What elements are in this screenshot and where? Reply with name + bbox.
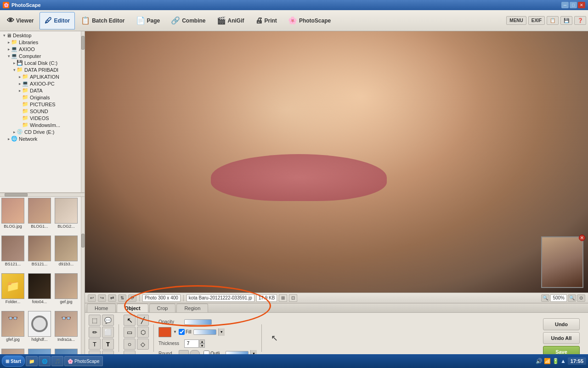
tab-batch[interactable]: 📋 Batch Editor	[76, 12, 130, 29]
tab-crop[interactable]: Crop	[149, 304, 176, 312]
media-icon: 🎵	[55, 359, 60, 364]
thumb-d91b3[interactable]: d91b3...	[54, 236, 78, 272]
zoom-in-btn[interactable]: 🔍	[568, 294, 576, 302]
thumb-scrollbar[interactable]	[81, 197, 85, 358]
help-btn[interactable]: ❓	[574, 16, 586, 25]
thumb-gfef[interactable]: 👓 gfef.jpg	[1, 311, 25, 348]
thumb-blog2[interactable]: BLOG2...	[54, 198, 78, 235]
anigif-icon: 🎬	[217, 16, 226, 25]
tab-viewer[interactable]: 👁 Viewer	[2, 12, 39, 29]
menu-btn[interactable]: MENU	[506, 16, 526, 25]
flip-v-btn[interactable]: ⇅	[118, 294, 126, 302]
thumb-gef[interactable]: gef.jpg	[54, 273, 78, 310]
diamond-tool-btn[interactable]: ◇	[137, 339, 149, 350]
tree-libraries[interactable]: ▸📁Libraries	[0, 39, 81, 46]
tree-cddrive[interactable]: ▸💿CD Drive (E:)	[0, 128, 81, 135]
close-button[interactable]: ✕	[578, 2, 585, 8]
photo-canvas[interactable]: ✕	[85, 31, 588, 293]
tree-sound[interactable]: 📁SOUND	[0, 108, 81, 115]
tab-object[interactable]: Object	[117, 304, 148, 312]
tree-localdisk[interactable]: ▸💾Local Disk (C:)	[0, 59, 81, 66]
tree-videos[interactable]: 📁VIDEOS	[0, 115, 81, 121]
minimize-button[interactable]: ─	[561, 2, 569, 8]
thumb-blog1[interactable]: BLOG1...	[28, 198, 51, 235]
tree-scrollbar[interactable]	[81, 31, 85, 192]
color-swatch[interactable]	[158, 327, 171, 337]
tab-photoscape[interactable]: 🌸 PhotoScape	[283, 12, 336, 29]
thumb-foto04[interactable]: foto04...	[28, 273, 51, 310]
tree-datapribadi[interactable]: ▾📁DATA PRIBADI	[0, 66, 81, 73]
flip-h-btn[interactable]: ⇄	[108, 294, 116, 302]
taskbar-media[interactable]: 🎵	[51, 356, 63, 366]
thickness-row: Thickness ▲ ▼	[158, 339, 257, 348]
rect-tool-btn[interactable]: ▭	[124, 327, 136, 338]
taskbar: ⊞ Start 📁 🌐 🎵 🌸 PhotoScape 🔊 📶 🔋 ▲ 17:55	[0, 354, 588, 368]
save-menu-btn[interactable]: 💾	[560, 16, 572, 25]
tab-anigif[interactable]: 🎬 AniGif	[212, 12, 249, 29]
battery-icon[interactable]: 🔋	[552, 358, 559, 364]
rotate-right-btn[interactable]: ↪	[98, 294, 106, 302]
thumb-bs121a[interactable]: BS121...	[1, 236, 25, 272]
draw-tool-btn[interactable]: ✏	[89, 327, 101, 338]
exif-btn[interactable]: EXIF	[528, 16, 545, 25]
taskbar-browser[interactable]: 🌐	[39, 356, 51, 366]
start-button[interactable]: ⊞ Start	[2, 356, 25, 367]
maximize-button[interactable]: □	[570, 2, 577, 8]
color-arrow[interactable]: ▼	[173, 330, 177, 334]
tree-computer[interactable]: ▾💻Computer	[0, 52, 81, 59]
thickness-down[interactable]: ▼	[199, 344, 205, 348]
volume-icon[interactable]: 🔊	[536, 358, 543, 364]
zoom-reset-btn[interactable]: ⊙	[577, 294, 585, 302]
titlebar: 🌸 PhotoScape ─ □ ✕	[0, 0, 588, 10]
zoom-out-btn[interactable]: 🔍	[541, 294, 549, 302]
copy-btn[interactable]: 📋	[547, 16, 559, 25]
tree-axioo-pc[interactable]: ▸💻AXIOO-PC	[0, 80, 81, 87]
explorer-icon: 📁	[29, 359, 34, 364]
fill-slider[interactable]	[193, 329, 216, 335]
fill-checkbox[interactable]	[179, 329, 185, 335]
taskbar-explorer[interactable]: 📁	[26, 356, 38, 366]
tree-aplikation[interactable]: ▸📁APLIKATION	[0, 73, 81, 80]
thumb-indra1a[interactable]: 👓 Indra1a...	[54, 311, 78, 348]
action-center-icon[interactable]: ▲	[560, 358, 566, 364]
pointer-tool-btn[interactable]: ↖	[124, 315, 136, 326]
tree-desktop[interactable]: ▾🖥Desktop	[0, 32, 81, 39]
tree-originals[interactable]: 📁Originals	[0, 94, 81, 101]
tree-hscroll[interactable]	[0, 193, 85, 197]
network-icon[interactable]: 📶	[544, 358, 551, 364]
circle-tool-btn[interactable]: ○	[124, 339, 136, 350]
thumb-blog[interactable]: BLOG.jpg	[1, 198, 25, 235]
tab-home[interactable]: Home	[87, 304, 116, 312]
refresh-btn[interactable]: ⟳	[128, 294, 136, 302]
tab-editor[interactable]: 🖊 Editor	[40, 12, 75, 29]
select-tool-btn[interactable]: ⬚	[89, 315, 101, 326]
tab-region[interactable]: Region	[176, 304, 208, 312]
tree-windowsim[interactable]: 📁WindowsIm...	[0, 121, 81, 128]
thumb-hdghdf[interactable]: hdghdf...	[28, 311, 51, 348]
tree-pictures[interactable]: 📁PICTURES	[0, 101, 81, 108]
poly-tool-btn[interactable]: ⬡	[137, 327, 149, 338]
thickness-input[interactable]	[184, 339, 199, 348]
tab-page[interactable]: 📄 Page	[131, 12, 165, 29]
text-tool-btn[interactable]: T	[89, 339, 101, 350]
tree-data[interactable]: ▸📁DATA	[0, 87, 81, 94]
opacity-slider[interactable]	[184, 319, 212, 325]
mini-preview-close[interactable]: ✕	[579, 235, 585, 241]
speech-tool-btn[interactable]: 💬	[102, 315, 114, 326]
eraser-tool-btn[interactable]: ⬜	[102, 327, 114, 338]
tree-network[interactable]: ▸🌐Network	[0, 135, 81, 142]
fill-combo-arrow[interactable]: ▼	[218, 328, 225, 336]
tab-print[interactable]: 🖨 Print	[250, 12, 282, 29]
undo-all-button[interactable]: Undo All	[543, 332, 580, 344]
tree-axioo[interactable]: ▸💻AXIOO	[0, 46, 81, 52]
fill-label[interactable]: Fill	[179, 329, 192, 335]
thumb-bs121b[interactable]: BS121...	[28, 236, 51, 272]
taskbar-photoscape-app[interactable]: 🌸 PhotoScape	[64, 356, 103, 366]
text2-tool-btn[interactable]: T	[102, 339, 114, 350]
thickness-up[interactable]: ▲	[199, 339, 205, 344]
line-tool-btn[interactable]: ╱	[137, 315, 149, 326]
thumb-folder[interactable]: 📁 Folder...	[1, 273, 25, 310]
rotate-left-btn[interactable]: ↩	[88, 294, 96, 302]
undo-button[interactable]: Undo	[543, 318, 580, 330]
tab-combine[interactable]: 🔗 Combine	[166, 12, 210, 29]
